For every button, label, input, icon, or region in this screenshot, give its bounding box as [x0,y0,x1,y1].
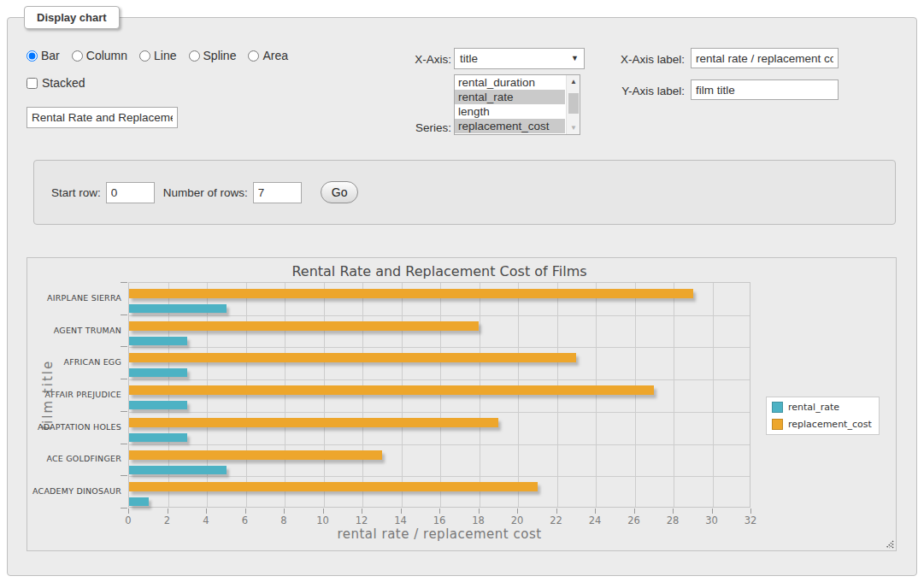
stacked-checkbox[interactable] [26,78,38,89]
series-option-rental_duration[interactable]: rental_duration [455,75,565,90]
series-list-label: Series: [375,121,451,134]
category-label: AFRICAN EGG [27,357,121,367]
stacked-label: Stacked [42,76,85,90]
x-tick-label: 32 [744,514,757,526]
x-tick [323,509,324,514]
x-tick [206,509,207,514]
plot-area [128,282,750,508]
x-tick-label: 20 [511,514,524,526]
category-label: AGENT TRUMAN [27,326,121,335]
go-button[interactable]: Go [321,181,359,203]
bar-replacement-cost [129,353,576,362]
bar-rental-rate [129,433,187,442]
bar-replacement-cost [129,418,498,427]
chart-type-label: Area [262,49,288,62]
chart-type-column: Column [72,49,127,62]
page: Display chart BarColumnLineSplineArea St… [0,0,924,582]
x-tick [595,509,596,514]
x-tick [517,509,518,514]
x-tick [168,509,168,514]
bar-replacement-cost [129,289,693,298]
gridline [713,283,714,507]
chart-x-axis-title: rental rate / replacement cost [128,526,750,542]
chart-container: Rental Rate and Replacement Cost of Film… [26,257,897,551]
x-axis-select-wrap: title ▼ [454,48,585,69]
x-tick-label: 8 [280,514,286,526]
x-tick [750,509,751,514]
y-tick [121,379,127,379]
x-tick [128,509,129,514]
bar-replacement-cost [129,450,382,460]
x-tick-label: 12 [356,514,368,526]
y-axis-label-caption: Y-Axis label: [589,85,685,97]
x-tick [401,509,402,514]
num-rows-input[interactable] [253,182,302,203]
scrollbar-thumb[interactable] [568,93,579,114]
x-tick-label: 30 [705,514,718,526]
x-axis-select[interactable]: title [454,48,585,69]
gridline [129,347,750,348]
y-tick [121,475,127,476]
category-label: ACE GOLDFINGER [27,454,121,463]
bar-rental-rate [129,337,187,345]
gridline [129,412,750,413]
gridline [129,379,750,380]
y-tick [121,315,127,315]
bar-rental-rate [129,466,227,474]
chart-type-label: Bar [41,49,60,62]
chart-type-radio-area[interactable] [248,50,259,62]
legend-swatch [772,419,783,430]
bar-rental-rate [129,368,187,377]
bar-replacement-cost [129,385,654,395]
chart-type-label: Line [154,49,176,62]
gridline [129,476,750,477]
panel-title: Display chart [24,6,120,29]
scrollbar-up-icon[interactable]: ▲ [567,75,580,88]
y-tick [121,444,127,444]
x-tick-label: 24 [589,514,602,526]
category-label: AFFAIR PREJUDICE [27,390,121,399]
chart-type-radio-column[interactable] [72,50,83,62]
chart-type-radio-line[interactable] [139,50,150,62]
chart-legend: rental_ratereplacement_cost [766,397,880,435]
display-chart-panel: BarColumnLineSplineArea Stacked X-Axis: … [7,17,917,576]
series-listbox: rental_durationrental_ratelengthreplacem… [454,74,580,135]
x-tick-label: 26 [627,514,640,526]
x-axis-select-label: X-Axis: [375,53,451,66]
chart-type-area: Area [248,49,288,62]
series-option-replacement_cost[interactable]: replacement_cost [455,119,565,133]
category-label: ADAPTATION HOLES [27,422,121,432]
x-tick [479,509,480,514]
legend-item-replacement-cost: replacement_cost [772,419,872,430]
series-option-rental_rate[interactable]: rental_rate [455,90,565,104]
series-scrollbar[interactable]: ▲ ▼ [566,75,580,134]
resize-handle-icon[interactable] [885,539,894,549]
chart-type-spline: Spline [189,49,237,62]
x-tick-label: 28 [667,514,680,526]
category-label: AIRPLANE SIERRA [27,293,121,303]
num-rows-label: Number of rows: [163,186,248,199]
bar-rental-rate [129,304,227,313]
chart-title-input[interactable] [26,107,178,128]
chart-type-radio-bar[interactable] [26,50,38,62]
x-tick [634,509,635,514]
chart-type-line: Line [139,49,176,62]
series-option-length[interactable]: length [455,104,565,119]
start-row-input[interactable] [106,182,155,203]
chart-type-radio-spline[interactable] [189,50,200,62]
x-tick-label: 14 [394,514,407,526]
x-tick-label: 0 [125,514,131,526]
x-tick-label: 10 [316,514,329,526]
chart-title: Rental Rate and Replacement Cost of Film… [128,263,750,279]
series-options: rental_durationrental_ratelengthreplacem… [455,75,565,134]
chart-type-radio-group: BarColumnLineSplineArea [26,49,288,62]
chart-type-bar: Bar [26,49,60,62]
scrollbar-down-icon[interactable]: ▼ [567,121,580,134]
y-tick [121,411,127,412]
x-axis-label-caption: X-Axis label: [589,53,685,66]
x-tick [673,509,674,514]
stacked-option: Stacked [26,76,85,90]
y-axis-label-input[interactable] [691,79,839,100]
x-axis-label-input[interactable] [691,48,839,68]
chart-type-label: Column [86,49,127,62]
